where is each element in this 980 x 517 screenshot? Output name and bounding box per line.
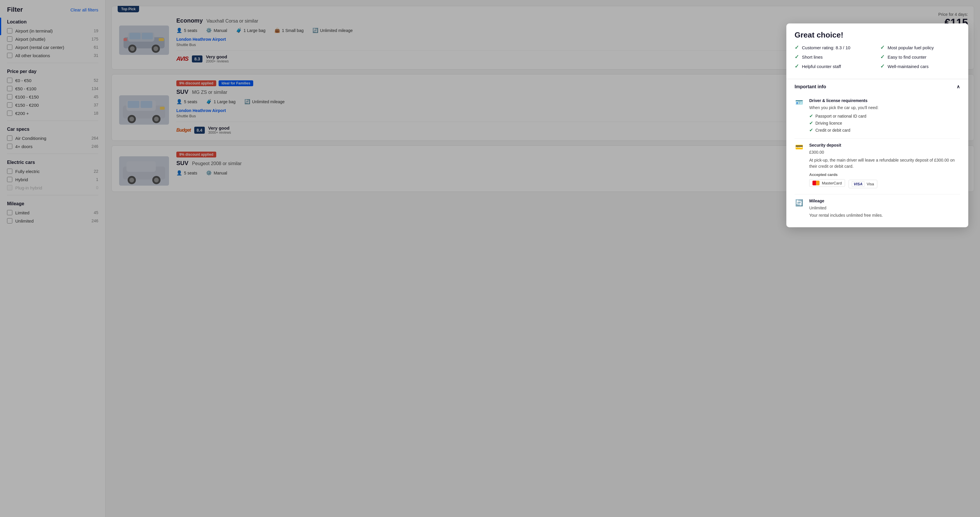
gc-feature-counter-easy-text: Easy to find counter <box>888 54 927 60</box>
mileage-row: 🔄 Mileage Unlimited Your rental includes… <box>795 194 960 223</box>
great-choice-title: Great choice! <box>795 30 960 40</box>
visa-label: Visa <box>867 182 874 186</box>
check-green-passport: ✔ <box>809 113 813 119</box>
gc-feature-rating: ✓ Customer rating: 8.3 / 10 <box>795 44 874 51</box>
great-choice-panel: Great choice! ✓ Customer rating: 8.3 / 1… <box>786 24 968 227</box>
visa-chip: VISA Visa <box>848 180 877 188</box>
mastercard-chip: MasterCard <box>809 179 845 187</box>
req-card: ✔ Credit or debit card <box>809 127 960 133</box>
mileage-section-icon: 🔄 <box>795 199 803 219</box>
visa-icon: VISA <box>852 181 864 187</box>
gc-feature-lines: ✓ Short lines <box>795 54 874 60</box>
mileage-desc: Your rental includes unlimited free mile… <box>809 213 960 219</box>
gc-feature-fuel-text: Most popular fuel policy <box>888 45 934 50</box>
driver-icon: 🪪 <box>795 99 803 134</box>
req-passport-text: Passport or national ID card <box>815 114 867 119</box>
check-green-driving: ✔ <box>809 120 813 126</box>
deposit-icon: 💳 <box>795 143 803 190</box>
check-green-card: ✔ <box>809 127 813 133</box>
overlay-backdrop[interactable]: Great choice! ✓ Customer rating: 8.3 / 1… <box>0 0 980 517</box>
driver-license-label: Driver & license requirements <box>809 98 960 103</box>
important-info-body: 🪪 Driver & license requirements When you… <box>786 94 968 227</box>
security-deposit-row: 💳 Security deposit £300.00 At pick-up, t… <box>795 139 960 194</box>
mastercard-icon <box>813 181 819 186</box>
check-icon-rating: ✓ <box>795 44 799 51</box>
driver-license-intro: When you pick the car up, you'll need: <box>809 105 960 111</box>
gc-feature-rating-text: Customer rating: 8.3 / 10 <box>802 45 850 50</box>
gc-feature-staff-text: Helpful counter staff <box>802 64 841 69</box>
security-deposit-label: Security deposit <box>809 143 960 147</box>
chevron-up-icon: ∧ <box>956 84 960 89</box>
gc-feature-fuel: ✓ Most popular fuel policy <box>880 44 960 51</box>
important-info-header[interactable]: Important info ∧ <box>786 79 968 94</box>
check-icon-counter-easy: ✓ <box>880 54 885 60</box>
mileage-content: Mileage Unlimited Your rental includes u… <box>809 198 960 219</box>
accepted-cards-title: Accepted cards <box>809 173 960 177</box>
req-driving-text: Driving licence <box>815 121 842 125</box>
gc-feature-lines-text: Short lines <box>802 54 823 60</box>
security-deposit-desc: At pick-up, the main driver will leave a… <box>809 157 960 170</box>
check-icon-staff: ✓ <box>795 63 799 70</box>
driver-license-content: Driver & license requirements When you p… <box>809 98 960 134</box>
req-driving: ✔ Driving licence <box>809 120 960 126</box>
check-icon-cars: ✓ <box>880 63 885 70</box>
gc-feature-cars: ✓ Well-maintained cars <box>880 63 960 70</box>
check-icon-fuel: ✓ <box>880 44 885 51</box>
gc-feature-staff: ✓ Helpful counter staff <box>795 63 874 70</box>
req-passport: ✔ Passport or national ID card <box>809 113 960 119</box>
great-choice-header: Great choice! ✓ Customer rating: 8.3 / 1… <box>786 24 968 79</box>
accepted-cards: Accepted cards MasterCard VISA Visa <box>809 173 960 190</box>
gc-feature-cars-text: Well-maintained cars <box>888 64 929 69</box>
mileage-amount: Unlimited <box>809 205 960 211</box>
driver-license-row: 🪪 Driver & license requirements When you… <box>795 94 960 139</box>
security-deposit-content: Security deposit £300.00 At pick-up, the… <box>809 143 960 190</box>
req-card-text: Credit or debit card <box>815 128 850 133</box>
important-info-title: Important info <box>795 84 826 89</box>
great-choice-features: ✓ Customer rating: 8.3 / 10 ✓ Most popul… <box>795 44 960 70</box>
check-icon-lines: ✓ <box>795 54 799 60</box>
gc-feature-counter-easy: ✓ Easy to find counter <box>880 54 960 60</box>
security-deposit-amount: £300.00 <box>809 149 960 155</box>
mileage-label: Mileage <box>809 198 960 203</box>
mastercard-label: MasterCard <box>822 181 842 186</box>
important-info-section: Important info ∧ 🪪 Driver & license requ… <box>786 79 968 227</box>
